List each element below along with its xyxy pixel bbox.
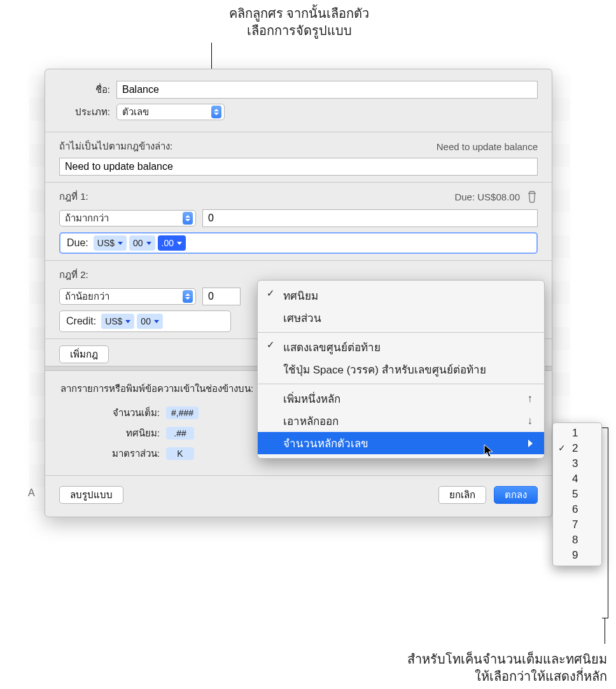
cursor-icon [484,444,495,460]
rule1-condition-value: ถ้ามากกว่า [65,211,109,226]
submenu-arrow-icon [528,440,533,447]
no-match-preview: Need to update balance [437,141,538,152]
submenu-item-8[interactable]: 8 [553,532,601,548]
stepper-icon [183,212,193,225]
rule1-int-pill[interactable]: 00 [129,235,155,251]
callout-bracket-line [605,618,605,644]
digits-submenu: 1✓23456789 [552,422,602,566]
submenu-item-6[interactable]: 6 [553,502,601,517]
rule2-int-pill[interactable]: 00 [137,314,163,329]
format-options-menu: ✓ทศนิยม เศษส่วน ✓แสดงเลขศูนย์ต่อท้าย ใช้… [257,280,545,459]
scale-token[interactable]: K [166,447,194,460]
rule1-compare-input[interactable] [202,209,538,227]
submenu-item-9[interactable]: 9 [553,548,601,563]
rule1-preview: Due: US$08.00 [454,191,520,202]
rule2-condition-value: ถ้าน้อยกว่า [65,289,109,304]
stepper-icon [183,290,193,303]
callout-top: คลิกลูกศร จากนั้นเลือกตัว เลือกการจัดรูป… [178,5,420,39]
chevron-down-icon [177,242,182,245]
type-select[interactable]: ตัวเลข [116,104,225,120]
callout-bottom: สำหรับโทเค็นจำนวนเต็มและทศนิยม ให้เลือกว… [407,651,607,685]
rule2-compare-input[interactable] [202,288,241,305]
delete-format-button[interactable]: ลบรูปแบบ [59,486,123,504]
rule2-prefix: Credit: [64,316,99,327]
no-match-label: ถ้าไม่เป็นไปตามกฎข้างล่าง: [59,139,172,154]
sheet-letter: A [28,487,35,499]
rule1-prefix: Due: [64,237,91,249]
rule1-label: กฎที่ 1: [59,189,88,204]
decimals-token[interactable]: .## [166,427,194,440]
rule2-currency-pill[interactable]: US$ [101,314,134,329]
type-value: ตัวเลข [122,104,149,120]
submenu-item-7[interactable]: 7 [553,517,601,532]
no-match-input[interactable] [59,158,538,176]
rule2-label: กฎที่ 2: [59,267,88,282]
menu-fraction[interactable]: เศษส่วน [258,307,544,329]
name-field[interactable] [116,81,538,99]
menu-show-trailing[interactable]: ✓แสดงเลขศูนย์ต่อท้าย [258,336,544,358]
submenu-item-2[interactable]: ✓2 [553,441,601,456]
chevron-down-icon [146,242,151,245]
menu-space-trailing[interactable]: ใช้ปุ่ม Space (วรรค) สำหรับเลขศูนย์ต่อท้… [258,358,544,380]
stepper-icon [211,106,221,118]
rule1-currency-pill[interactable]: US$ [94,235,127,251]
submenu-item-4[interactable]: 4 [553,471,601,487]
rule2-format-bar[interactable]: Credit: US$ 00 [59,310,231,332]
add-rule-button[interactable]: เพิ่มกฎ [59,345,109,363]
rule1-condition-select[interactable]: ถ้ามากกว่า [59,210,196,226]
trash-icon[interactable] [526,190,538,203]
menu-remove-digit[interactable]: เอาหลักออก↓ [258,410,544,432]
name-label: ชื่อ: [59,82,116,97]
decimals-label: ทศนิยม: [64,426,160,441]
chevron-down-icon [118,242,123,245]
type-label: ประเภท: [59,104,116,120]
integers-label: จำนวนเต็ม: [64,405,160,421]
chevron-down-icon [125,320,130,323]
rule2-condition-select[interactable]: ถ้าน้อยกว่า [59,288,196,305]
integers-token[interactable]: #,### [166,407,199,419]
submenu-item-1[interactable]: 1 [553,426,601,441]
submenu-item-5[interactable]: 5 [553,487,601,502]
menu-add-digit[interactable]: เพิ่มหนึ่งหลัก↑ [258,387,544,410]
menu-num-digits[interactable]: จำนวนหลักตัวเลข [258,432,544,454]
rule1-format-bar[interactable]: Due: US$ 00 .00 [59,232,538,254]
submenu-item-3[interactable]: 3 [553,456,601,471]
callout-bracket [602,428,608,618]
menu-decimal[interactable]: ✓ทศนิยม [258,284,544,307]
rule1-dec-pill[interactable]: .00 [158,235,186,251]
cancel-button[interactable]: ยกเลิก [438,486,486,504]
scale-label: มาตราส่วน: [64,446,160,461]
chevron-down-icon [154,320,159,323]
ok-button[interactable]: ตกลง [494,486,538,504]
